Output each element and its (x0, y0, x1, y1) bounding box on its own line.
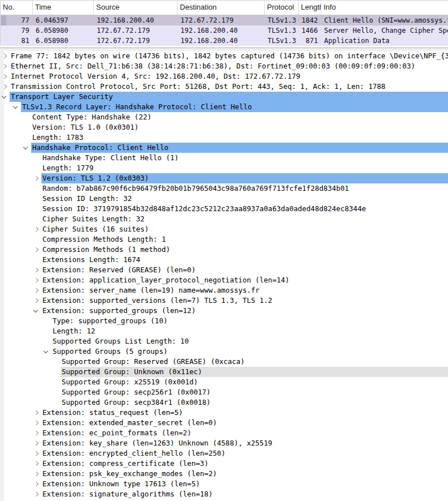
tree-row-text: Extension: Unknown type 17613 (len=5) (41, 479, 448, 489)
column-header-destination[interactable]: Destination (178, 1, 265, 15)
expand-chevron-icon[interactable] (34, 224, 41, 234)
column-header-protocol[interactable]: Protocol (265, 1, 299, 15)
tree-row[interactable]: Ethernet II, Src: Dell_71:b6:38 (38:14:2… (0, 61, 448, 71)
packet-row[interactable]: 816.058980172.67.72.179192.168.200.40TLS… (1, 36, 448, 46)
expand-chevron-icon[interactable] (34, 296, 41, 306)
chevron-spacer (24, 132, 31, 143)
tree-row[interactable]: Extension: encrypted_client_hello (len=2… (0, 448, 448, 459)
tree-row[interactable]: Version: TLS 1.2 (0x0303) (0, 173, 448, 183)
tree-row[interactable]: Transmission Control Protocol, Src Port:… (0, 82, 448, 92)
tree-row[interactable]: Extension: key_share (len=1263) Unknown … (0, 438, 448, 448)
expand-chevron-icon[interactable] (34, 285, 41, 296)
packet-cell-destination: 192.168.200.40 (178, 25, 265, 36)
column-header-time[interactable]: Time (33, 1, 94, 15)
tree-row[interactable]: Extension: extended_master_secret (len=0… (0, 418, 448, 428)
tree-row[interactable]: Length: 12 (0, 326, 448, 336)
expand-chevron-icon[interactable] (34, 459, 41, 469)
collapse-chevron-icon[interactable] (44, 346, 51, 357)
tree-row-text: Extension: status_request (len=5) (41, 408, 448, 418)
collapse-chevron-icon[interactable] (34, 306, 41, 316)
tree-row[interactable]: Cipher Suites Length: 32 (0, 214, 448, 224)
collapse-chevron-icon[interactable] (2, 92, 10, 102)
expand-chevron-icon[interactable] (34, 265, 41, 275)
expand-chevron-icon[interactable] (34, 479, 41, 489)
expand-chevron-icon[interactable] (34, 469, 41, 479)
collapse-chevron-icon[interactable] (24, 143, 31, 153)
tree-row[interactable]: Extension: signature_algorithms (len=18) (0, 489, 448, 499)
tree-row-text: Extension: ec_point_formats (len=2) (41, 428, 448, 438)
tree-row[interactable]: Frame 77: 1842 bytes on wire (14736 bits… (0, 51, 448, 61)
chevron-glyph (34, 278, 38, 282)
expand-chevron-icon[interactable] (34, 438, 41, 448)
column-header-source[interactable]: Source (94, 1, 178, 15)
tree-row-text: Frame 77: 1842 bytes on wire (14736 bits… (10, 51, 448, 61)
tree-row[interactable]: Supported Groups (5 groups) (0, 346, 448, 357)
tree-row[interactable]: Transport Layer Security (0, 92, 448, 102)
tree-row[interactable]: Cipher Suites (16 suites) (0, 224, 448, 234)
pane-splitter[interactable] (0, 45, 448, 51)
tree-row[interactable]: Handshake Protocol: Client Hello (0, 143, 448, 153)
tree-row[interactable]: Compression Methods (1 method) (0, 245, 448, 255)
packet-row[interactable]: 776.046397192.168.200.40172.67.72.179TLS… (1, 15, 448, 25)
expand-chevron-icon[interactable] (34, 489, 41, 499)
expand-chevron-icon[interactable] (34, 418, 41, 428)
tree-row[interactable]: Handshake Type: Client Hello (1) (0, 153, 448, 163)
tree-row[interactable]: Extension: ec_point_formats (len=2) (0, 428, 448, 438)
chevron-glyph (34, 482, 38, 486)
expand-chevron-icon[interactable] (34, 408, 41, 418)
packet-cell-no: 81 (1, 36, 33, 46)
tree-row[interactable]: Type: supported_groups (10) (0, 316, 448, 326)
tree-row[interactable]: Session ID Length: 32 (0, 194, 448, 204)
tree-row-text: Extension: signature_algorithms (len=18) (41, 489, 448, 499)
tree-row[interactable]: Extension: psk_key_exchange_modes (len=2… (0, 469, 448, 479)
tree-row[interactable]: Extension: compress_certificate (len=3) (0, 459, 448, 469)
tree-row[interactable]: Random: b7ab867c90f6cb96479fb20b01b79650… (0, 183, 448, 194)
tree-row[interactable]: Supported Group: Reserved (GREASE) (0xca… (0, 357, 448, 367)
expand-chevron-icon[interactable] (2, 51, 10, 61)
tree-row[interactable]: Compression Methods Length: 1 (0, 234, 448, 245)
chevron-glyph (34, 247, 38, 252)
tree-row[interactable]: Extension: server_name (len=19) name=www… (0, 285, 448, 296)
tree-row[interactable]: TLSv1.3 Record Layer: Handshake Protocol… (0, 102, 448, 112)
tree-row[interactable]: Extension: supported_groups (len=12) (0, 306, 448, 316)
expand-chevron-icon[interactable] (34, 173, 41, 183)
column-header-info[interactable]: Info (321, 1, 448, 15)
tree-row[interactable]: Supported Group: x25519 (0x001d) (0, 377, 448, 387)
packet-row[interactable]: 796.058980172.67.72.179192.168.200.40TLS… (1, 25, 448, 36)
tree-row[interactable]: Internet Protocol Version 4, Src: 192.16… (0, 71, 448, 82)
tree-row[interactable]: Extension: Reserved (GREASE) (len=0) (0, 265, 448, 275)
tree-row[interactable]: Supported Group: secp384r1 (0x0018) (0, 397, 448, 408)
tree-row[interactable]: Extension: Unknown type 17613 (len=5) (0, 479, 448, 489)
tree-row[interactable]: Session ID: 3719791854b32d848af12dc23c52… (0, 204, 448, 214)
expand-chevron-icon[interactable] (34, 245, 41, 255)
tree-row[interactable]: Supported Groups List Length: 10 (0, 336, 448, 346)
collapse-chevron-icon[interactable] (14, 102, 21, 112)
expand-chevron-icon[interactable] (34, 448, 41, 459)
chevron-spacer (34, 255, 41, 265)
tree-row[interactable]: Length: 1783 (0, 132, 448, 143)
expand-chevron-icon[interactable] (2, 71, 10, 82)
expand-chevron-icon[interactable] (34, 275, 41, 285)
tree-row-text-match: Version: TLS 1.2 (0x0303) (41, 173, 448, 183)
tree-row-text: Extensions Length: 1674 (41, 255, 448, 265)
tree-row[interactable]: Content Type: Handshake (22) (0, 112, 448, 122)
tree-row[interactable]: Length: 1779 (0, 163, 448, 173)
chevron-spacer (34, 194, 41, 204)
tree-row[interactable]: Extension: supported_versions (len=7) TL… (0, 296, 448, 306)
tree-row-text: Extension: server_name (len=19) name=www… (41, 285, 448, 296)
tree-row[interactable]: Extensions Length: 1674 (0, 255, 448, 265)
packet-cell-info: Server Hello, Change Cipher Spec (321, 25, 448, 36)
tree-row[interactable]: Extension: application_layer_protocol_ne… (0, 275, 448, 285)
expand-chevron-icon[interactable] (2, 61, 10, 71)
tree-row[interactable]: Supported Group: Unknown (0x11ec) (0, 367, 448, 377)
column-header-length[interactable]: Length (299, 1, 321, 15)
chevron-glyph (13, 104, 18, 109)
tree-row[interactable]: Version: TLS 1.0 (0x0301) (0, 122, 448, 132)
chevron-glyph (2, 74, 7, 79)
tree-row[interactable]: Supported Group: secp256r1 (0x0017) (0, 387, 448, 397)
expand-chevron-icon[interactable] (34, 428, 41, 438)
tree-row[interactable]: Extension: status_request (len=5) (0, 408, 448, 418)
expand-chevron-icon[interactable] (2, 82, 10, 92)
column-header-no[interactable]: No. (1, 1, 33, 15)
packet-list-pane: No.TimeSourceDestinationProtocolLengthIn… (0, 0, 448, 45)
